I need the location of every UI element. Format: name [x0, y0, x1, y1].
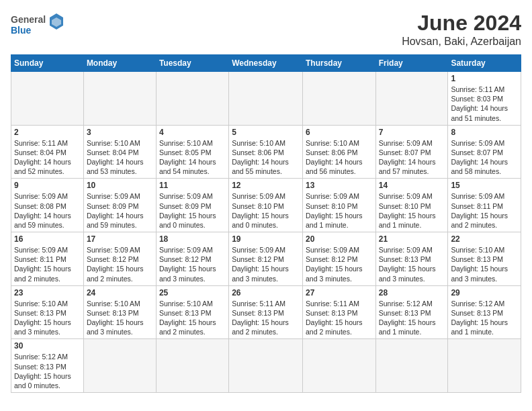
day-number: 1 [451, 74, 518, 83]
day-info: Sunrise: 5:09 AM Sunset: 8:11 PM Dayligh… [451, 191, 518, 230]
day-info: Sunrise: 5:10 AM Sunset: 8:13 PM Dayligh… [451, 245, 518, 283]
day-cell: 26Sunrise: 5:11 AM Sunset: 8:13 PM Dayli… [229, 285, 303, 339]
day-info: Sunrise: 5:09 AM Sunset: 8:12 PM Dayligh… [306, 245, 373, 283]
day-number: 16 [14, 234, 81, 244]
day-cell: 2Sunrise: 5:11 AM Sunset: 8:04 PM Daylig… [11, 125, 84, 179]
day-cell: 14Sunrise: 5:09 AM Sunset: 8:10 PM Dayli… [375, 179, 448, 232]
day-number: 8 [451, 128, 518, 137]
day-cell: 28Sunrise: 5:12 AM Sunset: 8:13 PM Dayli… [375, 285, 448, 339]
day-cell: 18Sunrise: 5:09 AM Sunset: 8:12 PM Dayli… [156, 232, 228, 286]
day-cell [11, 72, 84, 126]
day-info: Sunrise: 5:09 AM Sunset: 8:12 PM Dayligh… [232, 245, 300, 283]
day-number: 22 [451, 234, 518, 244]
day-cell: 23Sunrise: 5:10 AM Sunset: 8:13 PM Dayli… [11, 285, 84, 339]
calendar-table: SundayMondayTuesdayWednesdayThursdayFrid… [11, 54, 521, 393]
day-number: 6 [306, 128, 373, 137]
day-cell: 5Sunrise: 5:10 AM Sunset: 8:06 PM Daylig… [229, 125, 303, 179]
day-number: 3 [87, 128, 153, 137]
day-number: 27 [306, 288, 373, 298]
day-number: 9 [14, 181, 81, 190]
day-cell [156, 72, 228, 126]
header-wednesday: Wednesday [229, 55, 303, 72]
day-cell: 25Sunrise: 5:10 AM Sunset: 8:13 PM Dayli… [156, 285, 228, 339]
day-number: 2 [14, 128, 81, 137]
days-header-row: SundayMondayTuesdayWednesdayThursdayFrid… [11, 55, 521, 72]
day-cell [229, 72, 303, 126]
day-number: 29 [451, 288, 518, 298]
day-number: 17 [87, 234, 153, 244]
day-cell: 7Sunrise: 5:09 AM Sunset: 8:07 PM Daylig… [375, 125, 448, 179]
day-cell: 16Sunrise: 5:09 AM Sunset: 8:11 PM Dayli… [11, 232, 84, 286]
day-info: Sunrise: 5:11 AM Sunset: 8:13 PM Dayligh… [232, 299, 300, 337]
day-info: Sunrise: 5:10 AM Sunset: 8:13 PM Dayligh… [159, 299, 226, 337]
day-number: 5 [232, 128, 300, 137]
day-cell: 24Sunrise: 5:10 AM Sunset: 8:13 PM Dayli… [83, 285, 156, 339]
day-cell: 19Sunrise: 5:09 AM Sunset: 8:12 PM Dayli… [229, 232, 303, 286]
day-cell: 22Sunrise: 5:10 AM Sunset: 8:13 PM Dayli… [448, 232, 521, 286]
header-thursday: Thursday [302, 55, 375, 72]
day-number: 20 [306, 234, 373, 244]
day-cell: 4Sunrise: 5:10 AM Sunset: 8:05 PM Daylig… [156, 125, 228, 179]
logo-svg: General Blue [11, 11, 64, 38]
day-cell: 13Sunrise: 5:09 AM Sunset: 8:10 PM Dayli… [302, 179, 375, 232]
svg-text:General: General [11, 14, 46, 25]
day-cell: 30Sunrise: 5:12 AM Sunset: 8:13 PM Dayli… [11, 339, 84, 393]
day-number: 23 [14, 288, 81, 298]
title-block: June 2024 Hovsan, Baki, Azerbaijan [402, 11, 521, 48]
day-cell [302, 72, 375, 126]
day-cell: 12Sunrise: 5:09 AM Sunset: 8:10 PM Dayli… [229, 179, 303, 232]
day-cell [375, 339, 448, 393]
day-cell [302, 339, 375, 393]
week-row-5: 23Sunrise: 5:10 AM Sunset: 8:13 PM Dayli… [11, 285, 521, 339]
day-info: Sunrise: 5:09 AM Sunset: 8:07 PM Dayligh… [451, 138, 518, 177]
day-info: Sunrise: 5:12 AM Sunset: 8:13 PM Dayligh… [379, 299, 445, 337]
day-cell [83, 72, 156, 126]
day-cell: 6Sunrise: 5:10 AM Sunset: 8:06 PM Daylig… [302, 125, 375, 179]
day-number: 11 [159, 181, 226, 190]
day-info: Sunrise: 5:12 AM Sunset: 8:13 PM Dayligh… [14, 352, 81, 390]
header-sunday: Sunday [11, 55, 84, 72]
day-info: Sunrise: 5:11 AM Sunset: 8:03 PM Dayligh… [451, 85, 518, 123]
day-number: 7 [379, 128, 445, 137]
day-number: 18 [159, 234, 226, 244]
week-row-4: 16Sunrise: 5:09 AM Sunset: 8:11 PM Dayli… [11, 232, 521, 286]
header-saturday: Saturday [448, 55, 521, 72]
day-cell: 21Sunrise: 5:09 AM Sunset: 8:13 PM Dayli… [375, 232, 448, 286]
day-cell: 29Sunrise: 5:12 AM Sunset: 8:13 PM Dayli… [448, 285, 521, 339]
day-cell: 3Sunrise: 5:10 AM Sunset: 8:04 PM Daylig… [83, 125, 156, 179]
day-cell [229, 339, 303, 393]
day-cell: 1Sunrise: 5:11 AM Sunset: 8:03 PM Daylig… [448, 72, 521, 126]
header-tuesday: Tuesday [156, 55, 228, 72]
day-cell [448, 339, 521, 393]
day-info: Sunrise: 5:11 AM Sunset: 8:13 PM Dayligh… [306, 299, 373, 337]
day-cell: 17Sunrise: 5:09 AM Sunset: 8:12 PM Dayli… [83, 232, 156, 286]
header-monday: Monday [83, 55, 156, 72]
day-number: 30 [14, 341, 81, 351]
day-number: 13 [306, 181, 373, 190]
day-cell [83, 339, 156, 393]
day-info: Sunrise: 5:09 AM Sunset: 8:11 PM Dayligh… [14, 245, 81, 283]
page-header: General Blue June 2024 Hovsan, Baki, Aze… [11, 11, 521, 48]
day-info: Sunrise: 5:10 AM Sunset: 8:13 PM Dayligh… [87, 299, 153, 337]
day-cell [156, 339, 228, 393]
day-cell: 27Sunrise: 5:11 AM Sunset: 8:13 PM Dayli… [302, 285, 375, 339]
calendar-title: June 2024 [402, 11, 521, 36]
day-info: Sunrise: 5:12 AM Sunset: 8:13 PM Dayligh… [451, 299, 518, 337]
day-info: Sunrise: 5:09 AM Sunset: 8:10 PM Dayligh… [306, 191, 373, 230]
week-row-6: 30Sunrise: 5:12 AM Sunset: 8:13 PM Dayli… [11, 339, 521, 393]
day-number: 28 [379, 288, 445, 298]
day-cell: 15Sunrise: 5:09 AM Sunset: 8:11 PM Dayli… [448, 179, 521, 232]
day-cell [375, 72, 448, 126]
day-info: Sunrise: 5:09 AM Sunset: 8:07 PM Dayligh… [379, 138, 445, 177]
day-info: Sunrise: 5:11 AM Sunset: 8:04 PM Dayligh… [14, 138, 81, 177]
day-number: 26 [232, 288, 300, 298]
day-info: Sunrise: 5:09 AM Sunset: 8:09 PM Dayligh… [159, 191, 226, 230]
day-info: Sunrise: 5:09 AM Sunset: 8:12 PM Dayligh… [87, 245, 153, 283]
week-row-2: 2Sunrise: 5:11 AM Sunset: 8:04 PM Daylig… [11, 125, 521, 179]
day-info: Sunrise: 5:09 AM Sunset: 8:08 PM Dayligh… [14, 191, 81, 230]
day-number: 19 [232, 234, 300, 244]
day-info: Sunrise: 5:10 AM Sunset: 8:05 PM Dayligh… [159, 138, 226, 177]
svg-text:Blue: Blue [11, 25, 32, 36]
day-number: 4 [159, 128, 226, 137]
day-info: Sunrise: 5:10 AM Sunset: 8:13 PM Dayligh… [14, 299, 81, 337]
